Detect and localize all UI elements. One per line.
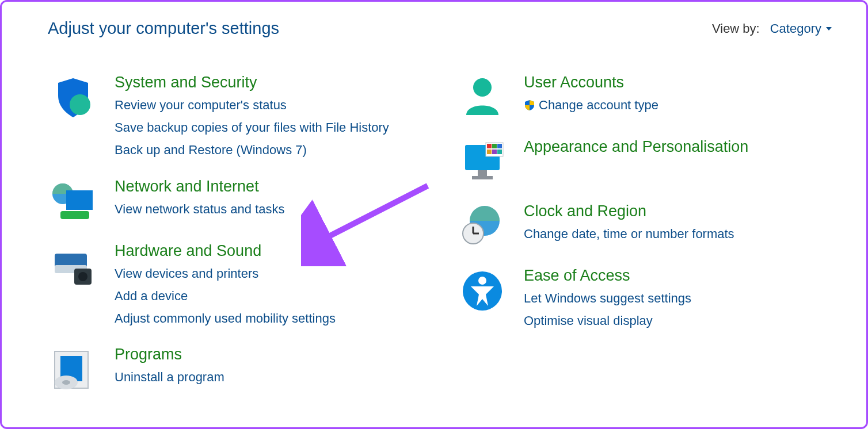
appearance-icon [459,139,505,185]
category-link-add-a-device[interactable]: Add a device [115,286,336,306]
category-network-and-internet: Network and InternetView network status … [48,177,422,225]
category-body: User Accounts Change account type [524,72,658,115]
svg-rect-20 [487,150,492,154]
category-icon [457,137,508,185]
category-link-optimise-visual-display[interactable]: Optimise visual display [524,311,691,331]
view-by-dropdown[interactable]: Category [770,21,832,36]
category-body: Hardware and SoundView devices and print… [115,241,336,329]
user-icon [459,75,505,121]
category-icon [457,201,508,250]
category-title[interactable]: Network and Internet [115,177,285,197]
page-title: Adjust your computer's settings [48,19,279,38]
view-by-value: Category [770,21,821,36]
category-title[interactable]: User Accounts [524,72,658,93]
svg-point-12 [473,78,492,97]
svg-rect-15 [472,176,493,179]
categories-grid: System and SecurityReview your computer'… [48,72,832,409]
category-link-adjust-commonly-used-mobility-settings[interactable]: Adjust commonly used mobility settings [115,308,336,328]
svg-rect-14 [478,170,487,176]
uac-shield-icon [524,99,535,111]
category-link-view-network-status-and-tasks[interactable]: View network status and tasks [115,199,285,219]
svg-rect-3 [60,211,89,219]
category-link-label: Change date, time or number formats [524,224,734,244]
svg-point-7 [78,272,87,281]
category-link-view-devices-and-printers[interactable]: View devices and printers [115,263,336,284]
category-link-label: View devices and printers [115,263,258,284]
category-link-label: Back up and Restore (Windows 7) [115,140,307,160]
categories-right-col: User Accounts Change account type [457,72,832,409]
category-icon [48,241,98,289]
category-link-label: Optimise visual display [524,311,653,331]
category-body: ProgramsUninstall a program [115,344,224,387]
svg-rect-21 [492,150,497,154]
category-title[interactable]: System and Security [115,72,389,93]
category-title[interactable]: Programs [115,344,224,365]
category-icon [48,177,98,225]
svg-rect-2 [66,190,93,210]
ease-icon [459,268,505,314]
category-clock-and-region: Clock and RegionChange date, time or num… [457,201,832,250]
category-link-save-backup-copies-of-your-files-with-file-history[interactable]: Save backup copies of your files with Fi… [115,117,389,137]
view-by-label: View by: [712,21,760,36]
category-title[interactable]: Appearance and Personalisation [524,137,748,157]
category-icon [457,266,508,314]
svg-point-11 [62,380,70,385]
category-user-accounts: User Accounts Change account type [457,72,832,121]
svg-rect-18 [492,144,497,148]
category-body: Ease of AccessLet Windows suggest settin… [524,266,691,331]
shield-icon [50,75,96,121]
category-link-label: Save backup copies of your files with Fi… [115,117,389,137]
categories-left-col: System and SecurityReview your computer'… [48,72,422,409]
category-appearance-and-personalisation: Appearance and Personalisation [457,137,832,185]
category-link-change-account-type[interactable]: Change account type [524,95,658,115]
category-title[interactable]: Clock and Region [524,201,734,221]
category-link-label: Uninstall a program [115,367,224,387]
category-link-label: Let Windows suggest settings [524,288,691,308]
view-by-group: View by: Category [712,21,832,36]
category-link-label: Review your computer's status [115,95,287,115]
category-hardware-and-sound: Hardware and SoundView devices and print… [48,241,422,329]
category-link-label: Adjust commonly used mobility settings [115,308,336,328]
category-title[interactable]: Ease of Access [524,266,691,286]
category-icon [48,72,98,121]
category-link-let-windows-suggest-settings[interactable]: Let Windows suggest settings [524,288,691,308]
category-title[interactable]: Hardware and Sound [115,241,336,261]
header: Adjust your computer's settings View by:… [48,19,832,38]
programs-icon [50,347,96,393]
hardware-icon [50,243,96,289]
category-link-change-date-time-or-number-formats[interactable]: Change date, time or number formats [524,224,734,244]
category-body: System and SecurityReview your computer'… [115,72,389,160]
category-programs: ProgramsUninstall a program [48,344,422,393]
category-body: Network and InternetView network status … [115,177,285,219]
category-icon [48,344,98,393]
svg-rect-17 [487,144,492,148]
svg-point-0 [70,94,90,115]
category-link-label: Change account type [539,95,658,115]
svg-rect-22 [497,150,502,154]
network-icon [50,179,96,225]
category-link-uninstall-a-program[interactable]: Uninstall a program [115,367,224,387]
category-body: Appearance and Personalisation [524,137,748,157]
category-body: Clock and RegionChange date, time or num… [524,201,734,244]
category-ease-of-access: Ease of AccessLet Windows suggest settin… [457,266,832,331]
clock-icon [459,204,505,250]
category-link-label: Add a device [115,286,188,306]
category-link-label: View network status and tasks [115,199,285,219]
category-icon [457,72,508,121]
svg-rect-19 [497,144,502,148]
category-link-review-your-computer-s-status[interactable]: Review your computer's status [115,95,389,115]
category-system-and-security: System and SecurityReview your computer'… [48,72,422,160]
category-link-back-up-and-restore-windows-7[interactable]: Back up and Restore (Windows 7) [115,140,389,160]
svg-point-28 [478,277,486,285]
